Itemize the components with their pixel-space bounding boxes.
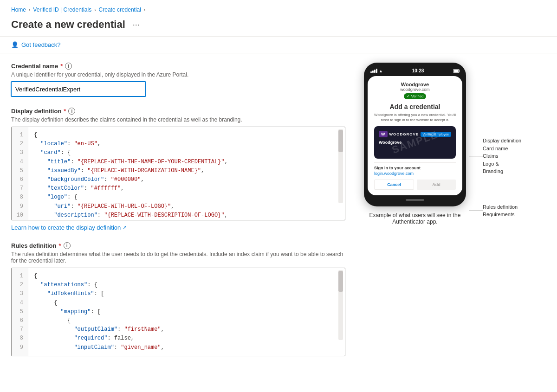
- card-bottom-org: Woodgrove: [379, 140, 451, 145]
- credential-name-label: Credential name * i: [11, 63, 345, 70]
- phone-actions: Cancel Add: [374, 180, 456, 190]
- breadcrumb-sep-3: ›: [144, 7, 145, 13]
- breadcrumb-create-credential[interactable]: Create credential: [99, 6, 141, 13]
- breadcrumb-home[interactable]: Home: [11, 6, 26, 13]
- display-definition-label: Display definition * i: [11, 108, 345, 115]
- page-header: Create a new credential ···: [0, 17, 557, 37]
- phone-org-domain: woodgrove.com: [374, 87, 456, 92]
- more-options-button[interactable]: ···: [130, 19, 142, 31]
- breadcrumb: Home › Verified ID | Credentials › Creat…: [0, 0, 557, 17]
- display-definition-description: The display definition describes the cla…: [11, 116, 345, 123]
- rules-definition-code[interactable]: { "attestations": { "idTokenHints": [ { …: [28, 268, 345, 356]
- credential-name-input[interactable]: [11, 82, 146, 96]
- phone-battery: [453, 69, 460, 73]
- display-definition-code[interactable]: { "locale": "en-US", "card": { "title": …: [28, 127, 345, 220]
- preview-section: ▲ 10:28 Woodgrove woodgrove.com ✓: [364, 63, 521, 367]
- phone-frame: ▲ 10:28 Woodgrove woodgrove.com ✓: [364, 63, 466, 206]
- rules-definition-line-numbers: 123456789: [12, 268, 28, 356]
- phone-verified-badge: ✓ Verified: [404, 93, 427, 99]
- credential-name-group: Credential name * i A unique identifier …: [11, 63, 345, 96]
- ann-line-1: [469, 156, 483, 156]
- display-definition-editor[interactable]: 1234567891011 { "locale": "en-US", "card…: [11, 127, 345, 220]
- rules-definition-description: The rules definition determines what the…: [11, 251, 345, 264]
- page-title: Create a new credential: [11, 19, 125, 31]
- phone-signin-link: login.woodgrove.com: [374, 171, 456, 176]
- breadcrumb-sep-2: ›: [94, 7, 96, 13]
- display-scroll-indicator[interactable]: [338, 129, 343, 203]
- rules-definition-label: Rules definition * i: [11, 242, 345, 249]
- phone-time: 10:28: [412, 68, 424, 73]
- external-link-icon: ↗: [123, 225, 127, 231]
- feedback-label: Got feedback?: [21, 41, 61, 48]
- rules-definition-group: Rules definition * i The rules definitio…: [11, 242, 345, 356]
- form-section: Credential name * i A unique identifier …: [11, 63, 364, 367]
- annotation-display-definition: Display definitionCard nameClaimsLogo &B…: [469, 137, 521, 175]
- display-definition-info-icon[interactable]: i: [68, 108, 75, 115]
- required-star-rules: *: [59, 242, 61, 249]
- feedback-icon: 👤: [11, 41, 19, 48]
- card-logo-area: W WOODGROVE: [379, 131, 419, 137]
- phone-cancel-button[interactable]: Cancel: [374, 180, 414, 190]
- ann-label-rules: Rules definitionRequirements: [483, 203, 518, 218]
- card-badge-text: Verified Employee: [421, 132, 451, 137]
- phone-credential-title: Add a credential: [374, 103, 456, 110]
- phone-screen: Woodgrove woodgrove.com ✓ Verified Add a…: [368, 76, 462, 195]
- ann-label-display: Display definitionCard nameClaimsLogo &B…: [483, 137, 521, 175]
- display-definition-group: Display definition * i The display defin…: [11, 108, 345, 231]
- phone-signin-title: Sign in to your account: [374, 166, 456, 170]
- card-org-text: WOODGROVE: [389, 132, 419, 136]
- phone-preview: ▲ 10:28 Woodgrove woodgrove.com ✓: [364, 63, 466, 225]
- credential-name-info-icon[interactable]: i: [65, 63, 72, 70]
- phone-home-indicator: [406, 199, 424, 201]
- rules-scroll-indicator[interactable]: [338, 270, 343, 340]
- phone-divider: [374, 162, 456, 163]
- display-definition-link[interactable]: Learn how to create the display definiti…: [11, 224, 127, 231]
- feedback-bar[interactable]: 👤 Got feedback?: [0, 37, 557, 53]
- phone-caption: Example of what users will see in the Au…: [364, 212, 466, 225]
- phone-signin-section: Sign in to your account login.woodgrove.…: [374, 166, 456, 176]
- credential-card: W WOODGROVE Verified Employee Woodgrove …: [374, 126, 456, 159]
- ann-line-2: [469, 211, 483, 211]
- rules-definition-info-icon[interactable]: i: [64, 242, 71, 249]
- rules-definition-editor[interactable]: 123456789 { "attestations": { "idTokenHi…: [11, 268, 345, 356]
- phone-org-name: Woodgrove: [374, 82, 456, 87]
- phone-add-button[interactable]: Add: [417, 180, 456, 190]
- credential-name-description: A unique identifier for your credential,…: [11, 71, 345, 78]
- phone-app-header: Woodgrove woodgrove.com ✓ Verified: [374, 82, 456, 99]
- breadcrumb-verified-id[interactable]: Verified ID | Credentials: [33, 6, 91, 13]
- annotations-column: Display definitionCard nameClaimsLogo &B…: [469, 63, 521, 218]
- phone-credential-desc: Woodgrove is offering you a new credenti…: [374, 112, 456, 122]
- card-logo-w: W: [379, 131, 388, 137]
- required-star: *: [60, 63, 63, 70]
- required-star-display: *: [64, 108, 66, 115]
- breadcrumb-sep-1: ›: [29, 7, 30, 13]
- annotation-rules-definition: Rules definitionRequirements: [469, 203, 521, 218]
- phone-status-bar: ▲ 10:28: [368, 68, 462, 76]
- display-definition-line-numbers: 1234567891011: [12, 127, 28, 220]
- phone-signal: ▲: [370, 69, 383, 73]
